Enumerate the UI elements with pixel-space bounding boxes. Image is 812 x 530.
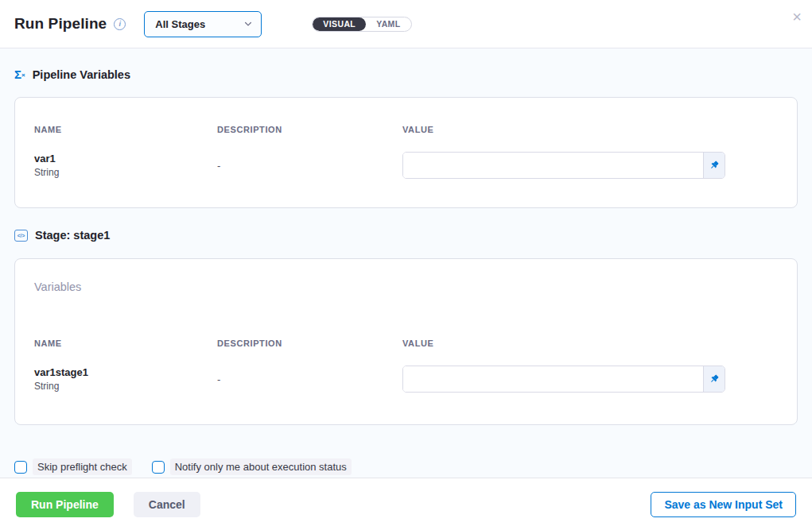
toggle-visual[interactable]: VISUAL [313,17,366,31]
run-pipeline-button[interactable]: Run Pipeline [16,492,114,517]
variable-type: String [34,381,217,392]
stage-icon: </> [14,230,28,242]
info-icon[interactable]: i [114,18,126,30]
variable-value-cell [402,152,778,179]
run-pipeline-modal: Run Pipeline i All Stages VISUAL YAML × … [0,0,812,530]
variable-value-field-group [402,366,725,393]
skip-preflight-option: Skip preflight check [14,458,132,475]
skip-preflight-label: Skip preflight check [33,458,132,475]
stage-variables-table-header: NAME DESCRIPTION VALUE [34,339,778,348]
variable-description: - [217,160,402,172]
visual-yaml-toggle: VISUAL YAML [312,17,411,32]
notify-only-me-option: Notify only me about execution status [152,458,352,475]
cancel-button[interactable]: Cancel [134,492,200,517]
pipeline-variables-heading: Σ× Pipeline Variables [14,48,798,81]
stage-heading: </> Stage: stage1 [14,229,798,242]
variable-description: - [217,373,402,385]
modal-content: Σ× Pipeline Variables NAME DESCRIPTION V… [0,48,812,478]
pipeline-variables-icon: Σ× [14,68,25,81]
skip-preflight-checkbox[interactable] [14,461,27,474]
notify-only-me-checkbox[interactable] [152,461,165,474]
pin-icon [709,160,720,171]
variable-name-cell: var1stage1 String [34,366,217,392]
toggle-yaml[interactable]: YAML [366,17,410,31]
variable-value-cell [402,366,778,393]
pin-input-type-button[interactable] [703,366,725,392]
close-icon[interactable]: × [792,9,802,25]
execution-options: Skip preflight check Notify only me abou… [14,458,798,475]
variables-table-header: NAME DESCRIPTION VALUE [34,125,778,134]
variable-name-cell: var1 String [34,153,217,178]
column-header-description: DESCRIPTION [217,125,402,134]
variable-value-input[interactable] [403,153,703,178]
modal-header: Run Pipeline i All Stages VISUAL YAML × [0,0,812,48]
pipeline-variables-title: Pipeline Variables [33,68,130,81]
stage-card-title: Variables [34,280,778,293]
column-header-value: VALUE [402,339,778,348]
column-header-name: NAME [34,125,217,134]
notify-only-me-label: Notify only me about execution status [170,458,352,475]
pin-input-type-button[interactable] [703,153,725,178]
stage-title: Stage: stage1 [35,229,110,242]
variable-value-input[interactable] [403,366,703,392]
page-title: Run Pipeline [14,15,107,33]
variable-type: String [34,167,217,178]
pipeline-variables-card: NAME DESCRIPTION VALUE var1 String - [14,97,798,208]
table-row: var1stage1 String - [34,366,778,393]
modal-footer: Run Pipeline Cancel Save as New Input Se… [0,478,812,530]
variable-value-field-group [402,152,725,179]
variable-name: var1 [34,153,217,164]
table-row: var1 String - [34,152,778,179]
column-header-name: NAME [34,339,217,348]
pin-icon [709,373,720,385]
chevron-down-icon [243,19,253,29]
variable-name: var1stage1 [34,366,217,378]
stage-selector-value: All Stages [155,18,205,30]
stage-selector-dropdown[interactable]: All Stages [144,11,262,37]
save-as-new-input-set-button[interactable]: Save as New Input Set [651,492,796,517]
column-header-description: DESCRIPTION [217,339,402,348]
stage-variables-card: Variables NAME DESCRIPTION VALUE var1sta… [14,258,798,425]
column-header-value: VALUE [402,125,778,134]
